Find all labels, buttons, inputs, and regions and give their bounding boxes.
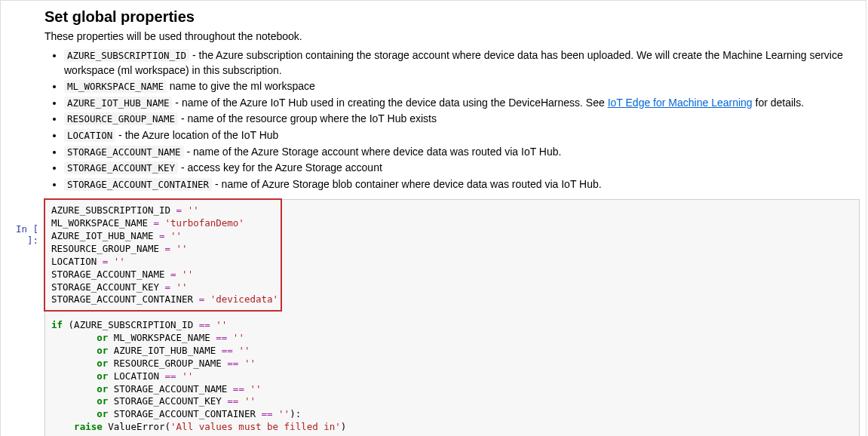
code-token: AZURE_SUBSCRIPTION_ID: [64, 49, 189, 62]
code-token: LOCATION: [64, 129, 115, 142]
property-list: AZURE_SUBSCRIPTION_ID - the Azure subscr…: [44, 48, 860, 192]
notebook-container: Set global properties These properties w…: [0, 0, 866, 436]
list-item: STORAGE_ACCOUNT_KEY - access key for the…: [64, 161, 860, 176]
markdown-cell: Set global properties These properties w…: [1, 8, 866, 199]
list-item: AZURE_SUBSCRIPTION_ID - the Azure subscr…: [64, 48, 860, 78]
code-token: ML_WORKSPACE_NAME: [64, 80, 167, 93]
list-item: ML_WORKSPACE_NAME name to give the ml wo…: [64, 79, 860, 94]
code-token: STORAGE_ACCOUNT_CONTAINER: [64, 178, 212, 191]
code-cell: In [ ]: AZURE_SUBSCRIPTION_ID = '' ML_WO…: [1, 199, 866, 436]
input-prompt: In [ ]:: [1, 199, 44, 436]
code-token: RESOURCE_GROUP_NAME: [64, 112, 178, 125]
list-item: RESOURCE_GROUP_NAME - name of the resour…: [64, 112, 860, 127]
list-item: AZURE_IOT_HUB_NAME - name of the Azure I…: [64, 96, 860, 111]
list-item: STORAGE_ACCOUNT_NAME - name of the Azure…: [64, 145, 860, 160]
code-content: AZURE_SUBSCRIPTION_ID = '' ML_WORKSPACE_…: [45, 200, 859, 436]
code-token: STORAGE_ACCOUNT_NAME: [64, 146, 184, 158]
iot-edge-link[interactable]: IoT Edge for Machine Learning: [608, 97, 753, 109]
intro-text: These properties will be used throughout…: [44, 30, 860, 42]
section-heading: Set global properties: [44, 8, 860, 26]
list-item: STORAGE_ACCOUNT_CONTAINER - name of Azur…: [64, 177, 860, 192]
code-token: AZURE_IOT_HUB_NAME: [64, 97, 172, 109]
code-input-area[interactable]: AZURE_SUBSCRIPTION_ID = '' ML_WORKSPACE_…: [44, 199, 860, 436]
list-item: LOCATION - the Azure location of the IoT…: [64, 128, 860, 143]
code-token: STORAGE_ACCOUNT_KEY: [64, 161, 178, 174]
